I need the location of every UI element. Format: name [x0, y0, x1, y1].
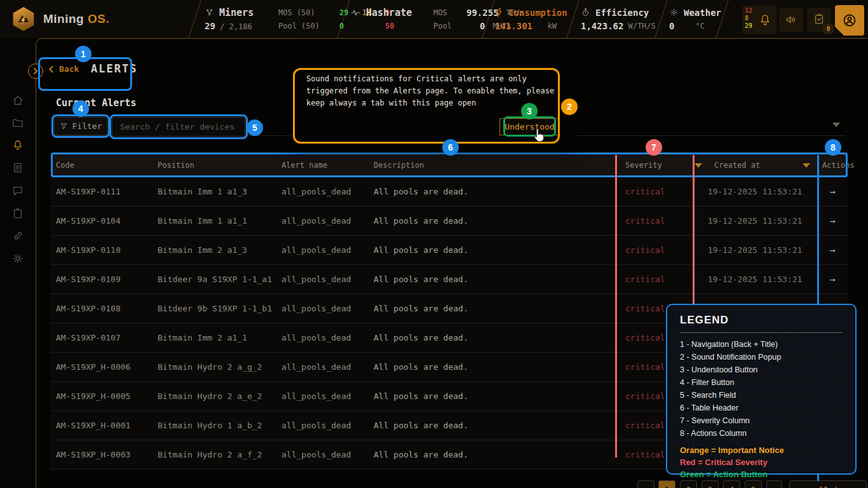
filter-button[interactable]: Filter [54, 117, 107, 135]
cell-position: Bitdeer 9a S19XP 1-1_a1 [153, 274, 276, 284]
cell-code: AM-S19XP-0111 [51, 187, 153, 196]
row-action-arrow-button[interactable]: → [817, 274, 848, 285]
table-row[interactable]: AM-S19XP-0104Bitmain Imm 1 a1_1all_pools… [51, 207, 848, 236]
sidebar-item-home[interactable] [11, 94, 24, 107]
stat-weather: Weather 0 °C [669, 6, 721, 32]
chevron-down-icon[interactable] [832, 123, 840, 127]
miners-pool-label: Pool (50) [278, 22, 332, 30]
stat-efficiency: Efficiency 1,423.62 W/TH/S [581, 6, 656, 32]
sidebar-item-report[interactable] [11, 161, 24, 174]
pagination-page-5[interactable]: 5 [745, 480, 762, 488]
brand-word: Mining [43, 12, 84, 25]
filter-label: Filter [72, 121, 102, 131]
sidebar-item-chat[interactable] [11, 184, 24, 197]
report-icon [11, 161, 24, 174]
pagination-page-1[interactable]: 1 [658, 480, 675, 488]
notifications-bell-button[interactable]: 12 8 29 [742, 5, 776, 34]
sidebar-expand-button[interactable] [28, 64, 43, 79]
stat-consumption: Consumption 141.301 kW [495, 6, 567, 32]
top-bar: Mining OS. Miners MOS (50) 29 12 9 29 [0, 0, 868, 38]
cell-code: AM-S19XP-0110 [51, 245, 153, 255]
cell-description: All pools are dead. [369, 245, 615, 255]
column-header-severity[interactable]: Severity [615, 161, 693, 170]
efficiency-unit: W/TH/S [628, 22, 655, 30]
folder-icon [11, 116, 24, 129]
hashrate-pool-label: Pool [433, 22, 459, 30]
efficiency-value: 1,423.62 [581, 21, 623, 31]
pagination: ‹12345…10 / [0, 480, 868, 488]
tasks-icon [11, 207, 24, 220]
mining-os-screen: Mining OS. Miners MOS (50) 29 12 9 29 [0, 0, 868, 488]
cell-alert-name: all_pools_dead [276, 245, 369, 255]
hashrate-pool-value: 0 [466, 21, 485, 31]
cell-code: AM-S19XP_H-0001 [51, 421, 153, 430]
pagination-page-size-select[interactable]: 10 / [789, 480, 867, 488]
bell-count-info: 29 [745, 22, 752, 30]
row-action-arrow-button[interactable]: → [817, 245, 848, 256]
hashrate-mos-value: 99.255 [466, 8, 499, 18]
table-row[interactable]: AM-S19XP-0109Bitdeer 9a S19XP 1-1_a1all_… [51, 265, 848, 294]
sidebar-item-tasks[interactable] [11, 207, 24, 220]
legend-item: 8 - Actions Column [680, 427, 843, 440]
topbar-separator [654, 0, 667, 38]
row-action-arrow-button[interactable]: → [817, 215, 848, 227]
understood-button[interactable]: Understood [499, 118, 560, 135]
sidebar-item-alerts[interactable] [11, 139, 24, 151]
hashrate-mos-label: MOS [433, 8, 459, 17]
brand-icon [11, 7, 36, 31]
column-header-position[interactable]: Position [153, 161, 276, 170]
cell-position: Bitmain Imm 1 a1_1 [153, 216, 276, 226]
cell-code: AM-S19XP-0107 [51, 333, 153, 342]
tasks-clipboard-button[interactable]: 0 [807, 8, 831, 32]
home-icon [11, 94, 24, 107]
cell-code: AM-S19XP-0104 [51, 216, 153, 226]
pagination-page-3[interactable]: 3 [702, 480, 719, 488]
pagination-page-4[interactable]: 4 [723, 480, 740, 488]
bell-count-warning: 8 [745, 15, 752, 22]
weather-icon [669, 8, 679, 17]
sidebar-nav [0, 38, 36, 488]
sort-severity-icon[interactable] [695, 163, 702, 168]
legend-color-note: Red = Critical Severity [680, 457, 843, 468]
profile-button[interactable] [835, 5, 864, 36]
sound-mute-button[interactable] [779, 8, 803, 32]
weather-unit: °C [696, 22, 722, 30]
miners-icon [205, 8, 214, 17]
pagination-ellipsis[interactable]: … [766, 480, 782, 488]
cell-description: All pools are dead. [369, 362, 615, 372]
sound-notification-popup: Sound notifications for Critical alerts … [292, 54, 574, 144]
pagination-page-2[interactable]: 2 [680, 480, 697, 488]
back-button[interactable]: Back [48, 64, 79, 74]
column-header-created-at[interactable]: Created at [693, 161, 817, 170]
cell-description: All pools are dead. [369, 333, 615, 342]
cell-position: Bitmain Imm 1 a1_3 [153, 187, 276, 196]
cell-position: Bitmain Hydro 2 a_g_2 [153, 362, 276, 372]
cell-alert-name: all_pools_dead [276, 362, 369, 372]
pagination-prev-button[interactable]: ‹ [637, 480, 654, 488]
cell-code: AM-S19XP-0109 [51, 274, 153, 284]
legend-item: 7 - Severity Column [680, 414, 843, 427]
brand-logo[interactable]: Mining OS. [11, 7, 109, 31]
sort-created-at-icon[interactable] [803, 163, 810, 168]
column-header-alert-name[interactable]: Alert name [276, 161, 369, 170]
cell-severity: critical [615, 216, 693, 226]
column-header-actions: Actions [817, 161, 848, 170]
sidebar-item-integrations[interactable] [11, 229, 24, 242]
consumption-unit: kW [548, 22, 567, 30]
topbar-separator [188, 0, 201, 38]
row-action-arrow-button[interactable]: → [817, 186, 848, 198]
miners-label: Miners [205, 7, 271, 18]
search-input[interactable] [112, 117, 245, 137]
cell-description: All pools are dead. [369, 274, 615, 284]
cell-description: All pools are dead. [369, 421, 615, 430]
cell-position: Bitmain Imm 2 a1_1 [153, 333, 276, 342]
sidebar-item-settings[interactable] [11, 252, 24, 265]
column-header-code[interactable]: Code [51, 161, 153, 170]
column-header-description[interactable]: Description [369, 161, 615, 170]
table-row[interactable]: AM-S19XP-0110Bitmain Imm 2 a1_3all_pools… [51, 236, 848, 265]
sidebar-item-folder[interactable] [11, 116, 24, 129]
cell-created-at: 19-12-2025 11:53:21 [693, 245, 817, 255]
cell-position: Bitmain Hydro 1 a_b_2 [153, 421, 276, 430]
legend-panel: LEGEND 1 - Navigation (Back + Title)2 - … [666, 304, 857, 475]
table-row[interactable]: AM-S19XP-0111Bitmain Imm 1 a1_3all_pools… [51, 177, 848, 207]
